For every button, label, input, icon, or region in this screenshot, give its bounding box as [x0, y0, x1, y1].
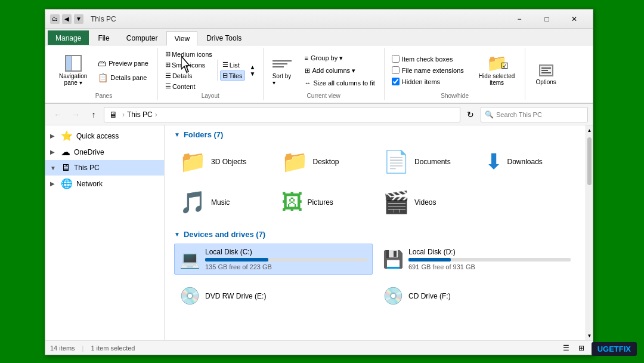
details-icon: 📋 — [98, 73, 108, 82]
up-button[interactable]: ↑ — [86, 107, 101, 122]
main-content: ▶ ⭐ Quick access ▶ ☁ OneDrive ▼ 🖥 This P… — [45, 125, 593, 340]
add-columns-icon: ⊞ — [305, 67, 310, 75]
devices-section-header[interactable]: ▼ Devices and drives (7) — [174, 230, 576, 239]
scroll-track[interactable] — [586, 135, 593, 331]
folders-section-header[interactable]: ▼ Folders (7) — [174, 130, 576, 139]
onedrive-folder-icon: ☁ — [61, 146, 70, 158]
details-pane-button[interactable]: 📋 Details pane — [94, 71, 153, 84]
details-pane-label: Details pane — [110, 74, 147, 81]
checkboxes: Item check boxes File name extensions Hi… — [389, 54, 466, 87]
folder-pictures[interactable]: 🖼 Pictures — [276, 184, 373, 220]
file-name-extensions-input[interactable] — [392, 66, 400, 74]
folders-grid: 📁 3D Objects 📁 Desktop 📄 Documents ⬇ Dow… — [174, 144, 576, 220]
sidebar-item-quick-access[interactable]: ▶ ⭐ Quick access — [45, 128, 164, 144]
options-items: Options — [530, 49, 561, 98]
scroll-up-btn[interactable]: ▲ — [586, 125, 593, 135]
tiles-icon: ⊟ — [222, 72, 228, 79]
layout-scroll-up[interactable]: ▲ — [250, 64, 256, 70]
navigation-pane-button[interactable]: Navigationpane ▾ — [55, 53, 91, 88]
large-icon-view-btn[interactable]: ⊞ — [575, 343, 588, 353]
drive-c-info: Local Disk (C:) 135 GB free of 223 GB — [205, 248, 367, 270]
tab-drive-tools[interactable]: Drive Tools — [199, 30, 249, 45]
folder-music[interactable]: 🎵 Music — [174, 184, 271, 220]
options-button[interactable]: Options — [530, 59, 561, 88]
group-by-button[interactable]: ≡ Group by ▾ — [301, 53, 379, 64]
status-separator: | — [82, 344, 84, 352]
drive-f[interactable]: 💿 CD Drive (F:) — [377, 282, 576, 310]
quick-access-folder-icon: ⭐ — [61, 130, 73, 141]
search-input[interactable] — [496, 111, 580, 118]
file-name-extensions-check[interactable]: File name extensions — [389, 65, 466, 75]
title-bar-icon-1: 🗂 — [50, 14, 60, 24]
close-button[interactable]: ✕ — [561, 10, 588, 29]
details-icon2: ☰ — [165, 72, 171, 79]
drives-grid: 💻 Local Disk (C:) 135 GB free of 223 GB … — [174, 244, 576, 312]
ribbon-content: Navigationpane ▾ 🗃 Preview pane 📋 Detail… — [45, 45, 593, 103]
desktop-name: Desktop — [313, 158, 339, 166]
drive-f-icon: 💿 — [383, 286, 404, 306]
layout-label: Layout — [202, 91, 219, 99]
hide-selected-area: 📁 ☑ Hide selecteditems — [473, 52, 521, 89]
scrollbar[interactable]: ▲ ▼ — [586, 125, 593, 340]
folder-documents[interactable]: 📄 Documents — [377, 144, 475, 180]
drive-d[interactable]: 💾 Local Disk (D:) 691 GB free of 931 GB — [377, 244, 576, 275]
preview-pane-button[interactable]: 🗃 Preview pane — [94, 57, 153, 70]
quick-access-expand-icon: ▶ — [50, 133, 57, 139]
sidebar-item-network[interactable]: ▶ 🌐 Network — [45, 176, 164, 192]
window-title: This PC — [88, 15, 506, 23]
add-columns-button[interactable]: ⊞ Add columns ▾ — [301, 65, 379, 76]
refresh-button[interactable]: ↻ — [463, 107, 478, 122]
layout-scroll: ▲ ▼ — [247, 64, 258, 77]
hidden-items-input[interactable] — [392, 78, 400, 85]
back-button: ← — [50, 107, 66, 122]
desktop-icon: 📁 — [281, 149, 308, 174]
sidebar-item-this-pc[interactable]: ▼ 🖥 This PC — [45, 160, 164, 176]
address-bar[interactable]: 🖥 › This PC › — [104, 107, 460, 122]
content-btn[interactable]: ☰ Content — [163, 81, 215, 91]
details-btn[interactable]: ☰ Details — [163, 70, 215, 81]
list-btn[interactable]: ☰ List — [220, 60, 245, 70]
drive-c[interactable]: 💻 Local Disk (C:) 135 GB free of 223 GB — [174, 244, 373, 275]
layout-scroll-down[interactable]: ▼ — [250, 70, 256, 77]
hidden-items-check[interactable]: Hidden items — [389, 76, 466, 87]
drive-f-name: CD Drive (F:) — [408, 292, 571, 300]
item-check-boxes-input[interactable] — [392, 55, 400, 63]
scroll-thumb[interactable] — [587, 137, 592, 185]
tab-view[interactable]: View — [166, 31, 197, 45]
size-all-columns-button[interactable]: ↔ Size all columns to fit — [301, 78, 379, 88]
sort-by-button[interactable]: Sort by▾ — [268, 53, 296, 88]
drive-d-size: 691 GB free of 931 GB — [408, 263, 571, 270]
medium-icons-btn[interactable]: ⊞ Medium icons — [163, 49, 215, 59]
forward-button: → — [68, 107, 83, 122]
tiles-btn[interactable]: ⊟ Tiles — [220, 70, 245, 81]
details-view-btn[interactable]: ☰ — [559, 343, 572, 353]
tab-manage[interactable]: Manage — [48, 30, 89, 45]
drive-f-info: CD Drive (F:) — [408, 292, 571, 300]
item-count: 14 items — [50, 344, 75, 352]
status-bar: 14 items | 1 item selected ☰ ⊞ — [45, 340, 593, 355]
hide-selected-button[interactable]: 📁 ☑ Hide selecteditems — [473, 52, 521, 89]
drive-e[interactable]: 💿 DVD RW Drive (E:) — [174, 282, 373, 310]
small-icons-btn[interactable]: ⊞ Small icons — [163, 60, 215, 70]
tab-file[interactable]: File — [90, 30, 117, 45]
folder-desktop[interactable]: 📁 Desktop — [276, 144, 373, 180]
view-controls: ☰ ⊞ — [559, 343, 588, 353]
minimize-button[interactable]: − — [506, 10, 533, 29]
ribbon: Manage File Computer View Drive Tools Na… — [45, 29, 593, 104]
selection-status: 1 item selected — [91, 344, 135, 352]
tab-computer[interactable]: Computer — [119, 30, 166, 45]
ribbon-group-current-view: Sort by▾ ≡ Group by ▾ ⊞ Add columns ▾ — [264, 48, 385, 100]
sidebar-item-onedrive[interactable]: ▶ ☁ OneDrive — [45, 144, 164, 160]
folder-downloads[interactable]: ⬇ Downloads — [479, 144, 577, 180]
item-check-boxes-check[interactable]: Item check boxes — [389, 54, 466, 64]
maximize-button[interactable]: □ — [533, 10, 561, 29]
folders-collapse-icon: ▼ — [174, 131, 180, 138]
address-sep2: › — [155, 110, 157, 119]
drive-c-fill — [205, 258, 268, 262]
small-icons-icon: ⊞ — [165, 61, 171, 69]
folder-3d-objects[interactable]: 📁 3D Objects — [174, 144, 271, 180]
folder-videos[interactable]: 🎬 Videos — [377, 184, 475, 220]
scroll-down-btn[interactable]: ▼ — [586, 331, 593, 340]
search-box[interactable]: 🔍 — [481, 107, 588, 122]
pictures-name: Pictures — [308, 198, 333, 207]
